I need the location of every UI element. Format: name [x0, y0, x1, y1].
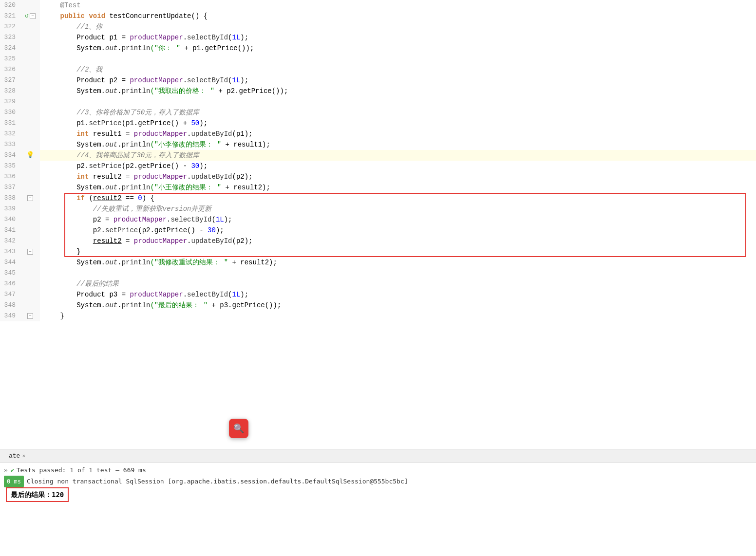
bottom-tab[interactable]: ate ×: [4, 449, 30, 463]
result-box: 最后的结果：120: [6, 487, 69, 502]
line-number: 333: [0, 139, 20, 150]
string-token: ("小王修改的结果： ": [150, 184, 221, 191]
text-token: [44, 173, 76, 181]
line-content: public void testConcurrentUpdate() {: [40, 11, 756, 21]
code-line: 341 p2.setPrice(p2.getPrice() - 30);: [0, 225, 756, 236]
number-token: 0: [138, 194, 142, 202]
text-token: [44, 237, 93, 245]
text-token: p2.: [44, 226, 105, 234]
text-token: =: [122, 237, 134, 245]
fold-icon[interactable]: −: [27, 249, 33, 255]
number-token: 50: [191, 119, 199, 127]
line-number: 348: [0, 300, 20, 311]
line-content: //失败重试，重新获取version并更新: [40, 204, 756, 214]
text-token: [44, 12, 60, 20]
text-token: .: [117, 87, 121, 95]
comment-token: //最后的结果: [44, 280, 119, 288]
method-token: selectById: [187, 34, 228, 41]
text-token: p1.: [44, 119, 89, 127]
line-content: System.out.println("我取出的价格： " + p2.getPr…: [40, 86, 756, 96]
code-line: 322 //1、你: [0, 21, 756, 32]
text-token: .: [183, 34, 187, 41]
line-content: //最后的结果: [40, 278, 756, 289]
text-token: [44, 130, 76, 138]
line-number: 323: [0, 32, 20, 43]
bottom-panel: ate × » ✔ Tests passed: 1 of 1 test – 66…: [0, 449, 756, 556]
text-token: + p2.getPrice());: [214, 87, 288, 95]
line-content: //4、我将商品减了30元，存入了数据库: [40, 150, 756, 161]
text-token: System.: [44, 301, 105, 309]
text-token: p2.: [44, 162, 89, 170]
search-fab[interactable]: 🔍: [229, 419, 248, 438]
line-icons: [20, 161, 40, 171]
text-token: (p2.getPrice() -: [138, 226, 208, 234]
line-content: p2.setPrice(p2.getPrice() - 30);: [40, 161, 756, 171]
line-content: int result2 = productMapper.updateById(p…: [40, 171, 756, 182]
method-token: updateById: [191, 130, 232, 138]
text-token: Product p3 =: [44, 291, 130, 298]
method-token: setPrice: [89, 162, 121, 170]
text-token: .: [117, 301, 121, 309]
line-number: 331: [0, 118, 20, 129]
code-line: 346 //最后的结果: [0, 278, 756, 289]
line-number: 343: [0, 246, 20, 257]
line-content: System.out.println("小李修改的结果： " + result1…: [40, 139, 756, 150]
fold-icon[interactable]: −: [27, 313, 33, 319]
italic-token: out: [105, 259, 117, 266]
line-number: 334: [0, 150, 20, 161]
line-icons: [20, 32, 40, 43]
code-line: 338− if (result2 == 0) {: [0, 193, 756, 204]
text-token: (p2);: [232, 173, 253, 181]
code-line: 320 @Test: [0, 0, 756, 11]
line-number: 321: [0, 11, 20, 21]
text-token: (: [85, 194, 93, 202]
text-token: Product p1 =: [44, 34, 130, 41]
keyword-token: int: [76, 173, 89, 181]
method-token: selectById: [187, 291, 228, 298]
text-token: result2 =: [89, 173, 133, 181]
text-token: ) {: [142, 194, 154, 202]
line-icons: [20, 139, 40, 150]
line-icons: [20, 278, 40, 289]
comment-token: //1、你: [44, 23, 102, 31]
code-line: 334💡 //4、我将商品减了30元，存入了数据库: [0, 150, 756, 161]
text-token: .: [183, 291, 187, 298]
text-token: (p2);: [232, 237, 253, 245]
text-token: .: [117, 141, 121, 148]
line-icons: [20, 96, 40, 107]
field-token: productMapper: [130, 34, 183, 41]
tab-close-button[interactable]: ×: [22, 453, 25, 459]
line-number: 340: [0, 214, 20, 225]
text-token: testConcurrentUpdate() {: [105, 12, 208, 20]
code-line: 324 System.out.println("你： " + p1.getPri…: [0, 43, 756, 54]
text-token: p2 =: [44, 216, 113, 223]
code-line: 323 Product p1 = productMapper.selectByI…: [0, 32, 756, 43]
string-token: ("我取出的价格： ": [150, 87, 214, 95]
line-number: 342: [0, 236, 20, 246]
line-icons: ↺−: [20, 11, 40, 21]
arrow-icon: »: [4, 465, 8, 476]
test-result-text: Tests passed: 1 of 1 test – 669 ms: [17, 465, 146, 476]
field-token: productMapper: [134, 130, 187, 138]
text-token: );: [240, 76, 248, 84]
fold-icon[interactable]: −: [30, 13, 36, 19]
line-content: [40, 96, 756, 107]
text-token: .: [183, 76, 187, 84]
run-icon[interactable]: ↺: [25, 11, 29, 21]
string-token: ("你： ": [150, 44, 180, 52]
line-content: System.out.println("最后的结果： " + p3.getPri…: [40, 300, 756, 311]
number-token: 1L: [232, 34, 240, 41]
line-number: 349: [0, 311, 20, 321]
line-icons: [20, 86, 40, 96]
text-token: }: [44, 312, 64, 320]
code-line: 326 //2、我: [0, 64, 756, 75]
code-line: 328 System.out.println("我取出的价格： " + p2.g…: [0, 86, 756, 96]
number-token: 30: [208, 226, 216, 234]
code-line: 332 int result1 = productMapper.updateBy…: [0, 129, 756, 139]
fold-icon[interactable]: −: [27, 195, 33, 201]
field-token: productMapper: [130, 291, 183, 298]
annotation-token: @Test: [44, 1, 81, 9]
line-icons: [20, 204, 40, 214]
code-area: 320 @Test321↺− public void testConcurren…: [0, 0, 756, 449]
test-pass-icon: ✔: [11, 465, 15, 476]
